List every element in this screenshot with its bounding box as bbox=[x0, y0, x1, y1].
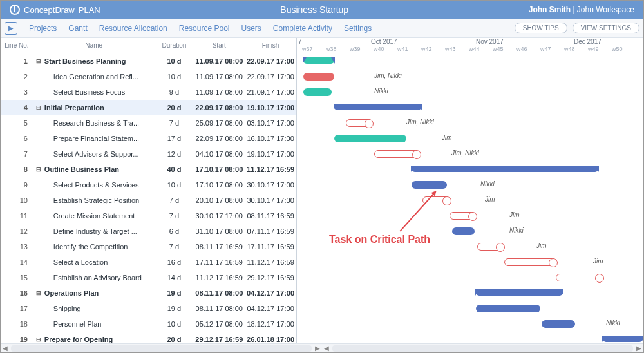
nav-complete-activity[interactable]: Complete Activity bbox=[273, 24, 332, 33]
resource-label: Nikki bbox=[480, 180, 495, 187]
resource-label: Nikki bbox=[606, 320, 620, 327]
gantt-bar[interactable] bbox=[303, 73, 334, 81]
resource-label: Jim bbox=[593, 258, 603, 265]
collapse-icon[interactable]: ⊟ bbox=[33, 104, 44, 111]
nav-resource-allocation[interactable]: Resource Allocation bbox=[99, 24, 167, 33]
gantt-bar[interactable] bbox=[542, 320, 575, 328]
task-row[interactable]: 16⊟Operations Plan19 d08.11.17 08:0004.1… bbox=[1, 285, 296, 301]
gantt-bar[interactable] bbox=[556, 274, 602, 281]
task-row[interactable]: 11Create Mission Statement7 d30.10.17 17… bbox=[1, 208, 296, 224]
resource-label: Jim bbox=[509, 211, 520, 218]
collapse-icon[interactable]: ⊟ bbox=[33, 58, 44, 64]
brand-name: ConceptDraw bbox=[24, 5, 75, 15]
task-row[interactable]: 4⊟Initial Preparation20 d22.09.17 08:001… bbox=[1, 100, 296, 115]
annotation-text: Task on Critical Path bbox=[329, 234, 430, 245]
task-row[interactable]: 18Personnel Plan10 d05.12.17 08:0018.12.… bbox=[1, 316, 296, 332]
task-grid: Line No. Name Duration Start Finish 1⊟St… bbox=[1, 38, 297, 343]
gantt-bar[interactable] bbox=[477, 243, 503, 251]
resource-label: Jim bbox=[536, 242, 547, 249]
resource-label: Nikki bbox=[509, 227, 524, 234]
task-row[interactable]: 7Select Advisors & Suppor...12 d04.10.17… bbox=[1, 146, 296, 162]
logo-icon bbox=[10, 5, 20, 15]
task-row[interactable]: 3Select Business Focus9 d11.09.17 08:002… bbox=[1, 84, 296, 100]
expand-panel-icon[interactable]: ▶ bbox=[5, 22, 17, 35]
gantt-bar[interactable] bbox=[412, 166, 598, 172]
col-line-no[interactable]: Line No. bbox=[1, 42, 33, 49]
resource-label: Nikki bbox=[374, 88, 388, 95]
task-row[interactable]: 14Select a Location16 d17.11.17 16:5911.… bbox=[1, 254, 296, 270]
main-nav: ▶ Projects Gantt Resource Allocation Res… bbox=[1, 19, 643, 38]
gantt-bar[interactable] bbox=[504, 258, 556, 266]
col-name[interactable]: Name bbox=[33, 42, 155, 49]
title-bar: ConceptDraw PLAN Business Startup John S… bbox=[1, 1, 643, 19]
brand-suffix: PLAN bbox=[79, 5, 100, 15]
task-row[interactable]: 13Identify the Competition7 d08.11.17 16… bbox=[1, 239, 296, 254]
col-start[interactable]: Start bbox=[193, 42, 245, 49]
nav-gantt[interactable]: Gantt bbox=[68, 24, 87, 33]
task-row[interactable]: 17Shipping19 d08.11.17 08:0004.12.17 17:… bbox=[1, 301, 296, 316]
resource-label: Jim bbox=[442, 134, 452, 141]
gantt-bar[interactable] bbox=[450, 212, 475, 220]
resource-label: Jim, Nikki bbox=[374, 72, 402, 79]
task-row[interactable]: 2Idea Generation and Refi...10 d11.09.17… bbox=[1, 69, 296, 84]
collapse-icon[interactable]: ⊟ bbox=[33, 336, 44, 343]
collapse-icon[interactable]: ⊟ bbox=[33, 166, 44, 173]
gantt-bar[interactable] bbox=[603, 336, 643, 342]
timeline-header: 7Oct 2017Nov 2017Dec 2017w37w38w39w40w41… bbox=[297, 38, 643, 53]
gantt-bar[interactable] bbox=[303, 57, 334, 64]
gantt-bar[interactable] bbox=[346, 119, 372, 127]
gantt-bar[interactable] bbox=[303, 88, 332, 96]
task-row[interactable]: 5Research Business & Tra...7 d25.09.17 0… bbox=[1, 115, 296, 131]
gantt-bar[interactable] bbox=[476, 305, 540, 312]
gantt-bar[interactable] bbox=[334, 104, 421, 110]
nav-resource-pool[interactable]: Resource Pool bbox=[179, 24, 230, 33]
view-settings-button[interactable]: VIEW SETTINGS bbox=[573, 23, 639, 33]
task-row[interactable]: 12Define Industry & Target ...6 d31.10.1… bbox=[1, 224, 296, 239]
scroll-right-icon[interactable]: ▶ bbox=[313, 345, 322, 352]
grid-header: Line No. Name Duration Start Finish bbox=[1, 38, 296, 53]
col-duration[interactable]: Duration bbox=[155, 42, 193, 49]
task-row[interactable]: 9Select Products & Services10 d17.10.17 … bbox=[1, 177, 296, 193]
main-area: Line No. Name Duration Start Finish 1⊟St… bbox=[1, 38, 643, 343]
task-row[interactable]: 19⊟Prepare for Opening20 d29.12.17 16:59… bbox=[1, 332, 296, 347]
task-row[interactable]: 6Prepare Financial Statem...17 d22.09.17… bbox=[1, 131, 296, 146]
resource-label: Jim, Nikki bbox=[451, 149, 479, 157]
resource-label: Jim bbox=[485, 196, 495, 203]
nav-settings[interactable]: Settings bbox=[344, 24, 372, 33]
resource-label: Jim, Nikki bbox=[406, 119, 434, 126]
gantt-bar[interactable] bbox=[452, 227, 475, 235]
project-title: Business Startup bbox=[100, 5, 529, 15]
gantt-bar[interactable] bbox=[476, 289, 563, 296]
task-row[interactable]: 10Establish Strategic Position7 d20.10.1… bbox=[1, 193, 296, 208]
gantt-bar[interactable] bbox=[412, 181, 447, 189]
show-tips-button[interactable]: SHOW TIPS bbox=[515, 23, 567, 33]
nav-projects[interactable]: Projects bbox=[29, 24, 57, 33]
nav-users[interactable]: Users bbox=[242, 24, 261, 33]
task-row[interactable]: 1⊟Start Business Planning10 d11.09.17 08… bbox=[1, 53, 296, 69]
task-row[interactable]: 8⊟Outline Business Plan40 d17.10.17 08:0… bbox=[1, 162, 296, 177]
task-row[interactable]: 15Establish an Advisory Board14 d11.12.1… bbox=[1, 270, 296, 285]
gantt-chart[interactable]: 7Oct 2017Nov 2017Dec 2017w37w38w39w40w41… bbox=[297, 38, 643, 343]
scroll-right-icon-2[interactable]: ▶ bbox=[634, 345, 643, 352]
collapse-icon[interactable]: ⊟ bbox=[33, 290, 44, 296]
col-finish[interactable]: Finish bbox=[245, 42, 296, 49]
gantt-body: Jim, NikkiNikkiJim, NikkiJimJim, NikkiNi… bbox=[297, 53, 643, 343]
app-brand: ConceptDraw PLAN bbox=[10, 5, 100, 15]
scroll-left-icon-2[interactable]: ◀ bbox=[322, 345, 331, 352]
gantt-bar[interactable] bbox=[334, 135, 406, 142]
user-info[interactable]: John Smith | John Workspace bbox=[529, 5, 634, 14]
gantt-bar[interactable] bbox=[374, 150, 419, 158]
